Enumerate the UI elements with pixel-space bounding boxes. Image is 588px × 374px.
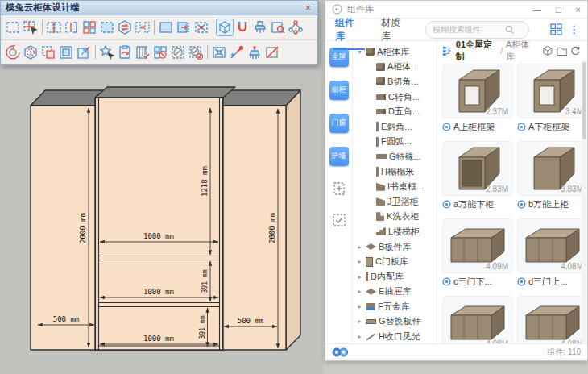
tool-stretch-frame[interactable]: [210, 44, 228, 61]
tool-hex-count[interactable]: 1: [22, 44, 39, 61]
component-card[interactable]: 3.83Mb万能上柜: [517, 141, 586, 212]
component-thumbnail[interactable]: 2.83M: [442, 141, 513, 196]
tool-node-group[interactable]: [287, 19, 304, 36]
rail-cabinet[interactable]: 橱柜: [329, 81, 349, 100]
component-thumbnail[interactable]: 4.08M: [517, 296, 587, 343]
tree-item[interactable]: B切角...: [354, 74, 437, 89]
tool-extend-edge[interactable]: [175, 19, 193, 36]
refresh-icon[interactable]: [570, 45, 581, 56]
tree-item[interactable]: E斜角...: [354, 119, 437, 135]
tool-select-rect[interactable]: [4, 19, 22, 36]
component-label[interactable]: b万能上柜: [528, 198, 569, 210]
tool-split-panel[interactable]: [45, 19, 63, 36]
close-button[interactable]: ×: [576, 5, 581, 15]
tool-material-off[interactable]: [169, 44, 187, 61]
chevron-right-icon[interactable]: ▸: [356, 258, 363, 265]
toolbar-titlebar[interactable]: 模兔云柜体设计端 ×: [1, 1, 317, 15]
chevron-right-icon[interactable]: ▸: [356, 333, 363, 340]
chevron-right-icon[interactable]: ▸: [356, 273, 363, 280]
tree-item[interactable]: ▸E抽屉库: [354, 285, 437, 300]
tool-grid-disable[interactable]: [151, 44, 169, 61]
breadcrumb-root[interactable]: 01全屋定制: [456, 39, 497, 63]
tree-item[interactable]: L楼梯柜: [354, 224, 437, 239]
tree-item[interactable]: C转角...: [354, 89, 437, 105]
tool-clipboard-transfer[interactable]: [116, 44, 134, 61]
tool-rotate-reset[interactable]: [4, 44, 22, 61]
tree-item[interactable]: ▸G替换板件: [354, 314, 437, 330]
minimize-button[interactable]: —: [532, 5, 541, 15]
component-thumbnail[interactable]: 3.83M: [517, 141, 587, 196]
component-thumbnail[interactable]: 3.4M: [517, 64, 587, 118]
tree-item[interactable]: G特殊...: [354, 149, 437, 164]
tool-copy-overlap[interactable]: [39, 44, 57, 61]
breadcrumb-current[interactable]: A柜体库: [506, 39, 536, 63]
tool-pick-line[interactable]: [228, 44, 246, 61]
rail-whole-house[interactable]: 全屋: [329, 48, 349, 67]
folder-icon[interactable]: [557, 46, 568, 56]
tool-board-solid[interactable]: [157, 19, 175, 36]
tool-magnet-snap[interactable]: [234, 19, 251, 36]
component-label[interactable]: a万能下柜: [453, 198, 494, 210]
scrollbar-thumb[interactable]: [582, 62, 586, 139]
component-thumbnail[interactable]: 4.09M: [442, 218, 513, 273]
tree-item[interactable]: ▸H收口见光: [354, 329, 437, 343]
tree-item[interactable]: A柜体...: [354, 60, 437, 75]
tree-item[interactable]: ▸B板件库: [354, 239, 437, 255]
tool-inner-frame[interactable]: [57, 44, 75, 61]
tool-cube-component[interactable]: [216, 19, 234, 36]
component-thumbnail[interactable]: 4.08M: [517, 218, 587, 273]
chevron-right-icon[interactable]: ▸: [356, 318, 363, 325]
grid-view-icon[interactable]: [550, 23, 562, 35]
tree-item[interactable]: ▸F五金库: [354, 299, 437, 314]
chevron-right-icon[interactable]: ▸: [356, 288, 363, 295]
component-label[interactable]: d三门上...: [528, 276, 567, 288]
design-viewport[interactable]: 2000 mm 2000 mm 1218 mm 391 mm 391 mm 10…: [0, 0, 323, 374]
checklist-icon[interactable]: [330, 211, 348, 229]
rail-door-window[interactable]: 门窗: [329, 114, 349, 133]
tool-scale-arrow[interactable]: [75, 44, 93, 61]
tree-item[interactable]: D五角...: [354, 104, 437, 119]
tool-collapse-width[interactable]: [134, 19, 151, 36]
chevron-right-icon[interactable]: ▸: [356, 243, 363, 251]
component-thumbnail[interactable]: 2.37M: [442, 64, 513, 118]
tree-item[interactable]: H榻榻米: [354, 164, 437, 180]
tree-item[interactable]: J卫浴柜: [354, 194, 437, 210]
more-options-icon[interactable]: ⋮: [569, 26, 579, 34]
search-box[interactable]: [425, 21, 529, 39]
search-icon[interactable]: [505, 25, 515, 35]
maximize-button[interactable]: □: [556, 5, 561, 15]
grid-scrollbar[interactable]: [582, 60, 587, 343]
component-card[interactable]: 4.09Mc三门下...: [442, 218, 511, 289]
tool-sweep-brush[interactable]: [246, 44, 263, 61]
tool-swap-direction[interactable]: [116, 19, 134, 36]
rail-wall-panel[interactable]: 护墙: [329, 147, 349, 166]
tool-edge-bracket[interactable]: [63, 19, 81, 36]
tool-star-select[interactable]: [98, 44, 116, 61]
tool-model-search[interactable]: [269, 19, 287, 36]
tree-item[interactable]: K洗衣柜: [354, 210, 437, 225]
component-thumbnail[interactable]: 4.08M: [442, 296, 513, 343]
component-card[interactable]: 3.4MA下柜框架: [517, 64, 586, 135]
component-label[interactable]: A上柜框架: [453, 121, 495, 133]
chevron-right-icon[interactable]: ▸: [356, 303, 363, 310]
component-card[interactable]: 2.37MA上柜框架: [442, 64, 511, 135]
tool-fill-panel[interactable]: [98, 19, 116, 36]
add-document-icon[interactable]: [330, 180, 348, 197]
tree-item[interactable]: ▾A柜体库: [354, 44, 437, 60]
tool-four-grid[interactable]: [81, 19, 98, 36]
tool-slash-disable[interactable]: [263, 44, 281, 61]
box-icon[interactable]: [542, 45, 553, 56]
tree-item[interactable]: F圆弧...: [354, 135, 437, 150]
tool-clean-brush[interactable]: [251, 19, 269, 36]
tool-material-remove[interactable]: [187, 44, 205, 61]
tab-component-library[interactable]: 组件库: [333, 13, 365, 47]
component-card[interactable]: 4.08Md三门上...: [517, 218, 586, 289]
tree-item[interactable]: I书桌框...: [354, 179, 437, 194]
tab-material-library[interactable]: 材质库: [379, 13, 411, 47]
search-input[interactable]: [431, 24, 502, 35]
tool-wood-grain[interactable]: [134, 44, 151, 61]
tool-delete-area[interactable]: [193, 19, 210, 36]
tree-item[interactable]: ▸D内配库: [354, 269, 437, 285]
component-label[interactable]: c三门下...: [453, 276, 492, 288]
component-label[interactable]: A下柜框架: [528, 121, 569, 133]
